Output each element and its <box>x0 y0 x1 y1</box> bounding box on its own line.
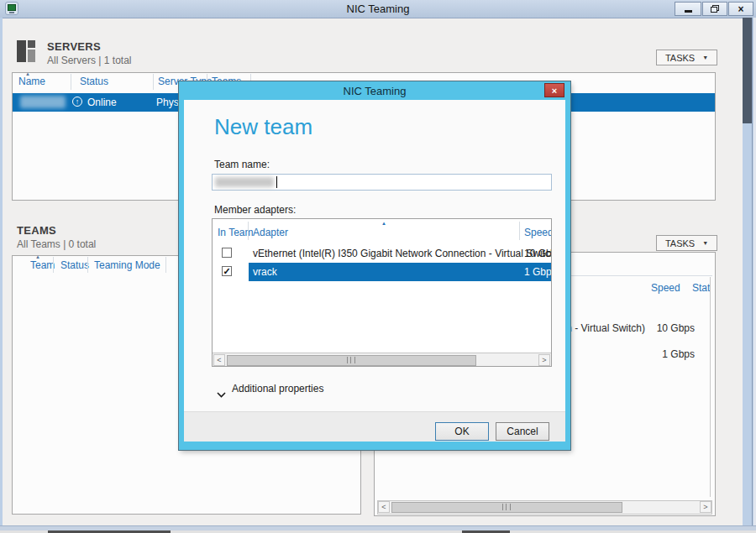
teams-subheading: All Teams | 0 total <box>17 238 96 250</box>
scroll-left-icon: < <box>217 356 221 364</box>
servers-col-divider <box>71 74 71 90</box>
collapse-chevron-icon[interactable] <box>217 386 226 401</box>
servers-heading: SERVERS <box>47 40 101 53</box>
teams-col-status[interactable]: Status <box>60 259 89 271</box>
adapter-row-vrack[interactable]: ✓ vrack 1 Gbps <box>213 263 552 281</box>
dialog-col-divider <box>248 222 249 240</box>
window-border-left <box>0 18 3 525</box>
adapters-col-state[interactable]: Stat <box>692 282 710 294</box>
window-border-right-dark-segment <box>743 18 752 123</box>
dialog-hscroll-right-button[interactable]: > <box>538 354 550 366</box>
adapters-hscroll-left-button[interactable]: < <box>378 501 390 513</box>
servers-tile-icon <box>17 39 42 62</box>
teams-col-team[interactable]: Team <box>30 259 55 271</box>
dialog-title: NIC Teaming <box>179 85 570 97</box>
status-online-icon: ↑ <box>72 97 82 107</box>
adapter-row-speed: 1 Gbps <box>627 348 695 360</box>
scroll-thumb-grip <box>347 357 355 363</box>
selected-row-highlight <box>249 263 552 281</box>
titlebar: NIC Teaming × <box>0 0 756 18</box>
dialog-hscroll-left-button[interactable]: < <box>213 354 225 366</box>
in-team-checkbox-unchecked[interactable] <box>222 248 232 258</box>
check-icon: ✓ <box>223 266 230 276</box>
server-name-redacted <box>20 96 66 108</box>
restore-icon <box>711 5 719 13</box>
adapters-col-speed[interactable]: Speed <box>651 282 680 294</box>
adapter-speed: 1 Gbps <box>524 266 552 278</box>
close-icon: × <box>552 86 557 96</box>
additional-properties-label[interactable]: Additional properties <box>232 383 323 395</box>
scroll-thumb-grip <box>502 504 511 510</box>
dialog-heading: New team <box>214 114 312 140</box>
server-status: Online <box>87 97 117 108</box>
window-title: NIC Teaming <box>0 3 756 15</box>
adapter-row-vethernet[interactable]: vEthernet (Intel(R) I350 Gigabit Network… <box>213 244 552 263</box>
restore-button[interactable] <box>702 2 727 16</box>
adapter-speed: 10 Gbps <box>524 248 552 259</box>
adapter-name: vEthernet (Intel(R) I350 Gigabit Network… <box>253 248 552 259</box>
teams-col-divider <box>165 257 166 273</box>
servers-subheading: All Servers | 1 total <box>47 55 132 66</box>
new-team-dialog: NIC Teaming × New team Team name: Member… <box>179 81 570 450</box>
dialog-col-divider <box>519 222 520 240</box>
minimize-button[interactable] <box>675 2 701 16</box>
scroll-right-icon: > <box>703 503 707 511</box>
servers-col-divider <box>153 74 154 90</box>
adapters-tasks-button[interactable]: TASKS ▼ <box>656 235 717 251</box>
servers-tasks-button[interactable]: TASKS ▼ <box>656 50 717 65</box>
up-arrow-icon: ↑ <box>76 97 80 106</box>
nic-teaming-window: NIC Teaming × SERVERS All Servers | 1 to… <box>0 0 756 533</box>
servers-col-status[interactable]: Status <box>80 76 108 87</box>
servers-tasks-label: TASKS <box>665 53 695 63</box>
close-icon: × <box>738 4 743 14</box>
member-adapters-label: Member adapters: <box>214 204 296 216</box>
team-name-input[interactable] <box>212 174 552 191</box>
member-adapters-table: ▲ In Team Adapter Speed vEthernet (Intel… <box>212 218 552 367</box>
text-caret <box>276 176 277 188</box>
adapters-tasks-label: TASKS <box>665 238 695 248</box>
teams-col-divider <box>53 257 54 273</box>
ok-button[interactable]: OK <box>435 422 489 441</box>
scroll-left-icon: < <box>381 503 386 511</box>
servers-col-name[interactable]: Name <box>18 76 45 87</box>
adapters-hscroll-right-button[interactable]: > <box>700 501 711 513</box>
team-name-value-redacted <box>215 177 274 187</box>
minimize-icon <box>685 10 692 13</box>
teams-col-teaming-mode[interactable]: Teaming Mode <box>94 259 160 271</box>
col-speed[interactable]: Speed <box>524 227 552 238</box>
adapter-row-speed: 10 Gbps <box>627 322 695 334</box>
team-name-label: Team name: <box>214 159 270 170</box>
tasks-dropdown-icon: ▼ <box>702 55 708 60</box>
adapters-col-divider <box>710 277 711 497</box>
cancel-button[interactable]: Cancel <box>496 422 549 441</box>
tasks-dropdown-icon: ▼ <box>702 240 708 246</box>
dialog-content: New team Team name: Member adapters: ▲ I… <box>184 100 565 442</box>
teams-heading: TEAMS <box>17 224 56 237</box>
teams-col-divider <box>87 257 88 273</box>
in-team-checkbox-checked[interactable]: ✓ <box>222 266 232 276</box>
adapter-name: vrack <box>253 266 277 278</box>
col-adapter[interactable]: Adapter <box>253 227 288 238</box>
adapter-sort-asc-icon: ▲ <box>381 221 386 226</box>
dialog-close-button[interactable]: × <box>544 83 564 97</box>
window-border-right-line <box>752 18 753 525</box>
close-button[interactable]: × <box>728 2 753 16</box>
scroll-right-icon: > <box>542 356 546 364</box>
